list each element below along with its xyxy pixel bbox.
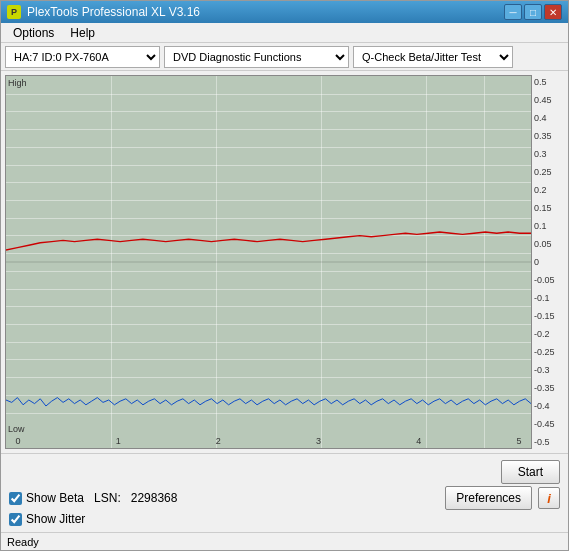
title-bar-controls: ─ □ ✕ (504, 4, 562, 20)
y-label-11: -0.05 (534, 275, 555, 285)
y-label-16: -0.3 (534, 365, 550, 375)
info-button[interactable]: i (538, 487, 560, 509)
start-button[interactable]: Start (501, 460, 560, 484)
y-label-19: -0.45 (534, 419, 555, 429)
maximize-button[interactable]: □ (524, 4, 542, 20)
x-label-1: 1 (108, 436, 128, 446)
y-label-12: -0.1 (534, 293, 550, 303)
info-icon: i (547, 491, 551, 506)
lsn-value: 2298368 (131, 491, 178, 505)
menu-help[interactable]: Help (62, 24, 103, 42)
y-label-1: 0.45 (534, 95, 552, 105)
x-label-0: 0 (8, 436, 28, 446)
y-label-17: -0.35 (534, 383, 555, 393)
bottom-row1: Show Beta LSN: 2298368 Preferences i (9, 486, 560, 510)
x-axis: 0 1 2 3 4 5 (6, 434, 531, 448)
x-label-5: 5 (509, 436, 529, 446)
test-select[interactable]: Q-Check Beta/Jitter Test (353, 46, 513, 68)
y-label-5: 0.25 (534, 167, 552, 177)
main-window: P PlexTools Professional XL V3.16 ─ □ ✕ … (0, 0, 569, 551)
x-label-4: 4 (409, 436, 429, 446)
toolbar: HA:7 ID:0 PX-760A DVD Diagnostic Functio… (1, 43, 568, 71)
chart-svg (6, 76, 531, 448)
chart-area: High Low (1, 71, 568, 453)
y-label-8: 0.1 (534, 221, 547, 231)
close-button[interactable]: ✕ (544, 4, 562, 20)
lsn-label: LSN: (94, 491, 121, 505)
y-label-2: 0.4 (534, 113, 547, 123)
x-label-3: 3 (309, 436, 329, 446)
minimize-button[interactable]: ─ (504, 4, 522, 20)
y-label-6: 0.2 (534, 185, 547, 195)
window-title: PlexTools Professional XL V3.16 (27, 5, 200, 19)
status-bar: Ready (1, 532, 568, 550)
bottom-panel: Start Show Beta LSN: 2298368 Preferences… (1, 453, 568, 532)
show-jitter-label: Show Jitter (26, 512, 85, 526)
y-label-3: 0.35 (534, 131, 552, 141)
show-jitter-checkbox[interactable] (9, 513, 22, 526)
bottom-row2: Show Jitter (9, 512, 560, 526)
y-label-4: 0.3 (534, 149, 547, 159)
status-text: Ready (7, 536, 39, 548)
y-label-18: -0.4 (534, 401, 550, 411)
menu-options[interactable]: Options (5, 24, 62, 42)
y-axis-right: 0.5 0.45 0.4 0.35 0.3 0.25 0.2 0.15 0.1 … (532, 75, 564, 449)
show-jitter-checkbox-label[interactable]: Show Jitter (9, 512, 85, 526)
y-label-15: -0.25 (534, 347, 555, 357)
chart-container: High Low (5, 75, 564, 449)
title-bar: P PlexTools Professional XL V3.16 ─ □ ✕ (1, 1, 568, 23)
menu-bar: Options Help (1, 23, 568, 43)
y-label-10: 0 (534, 257, 539, 267)
chart-plot: High Low (5, 75, 532, 449)
show-beta-checkbox-label[interactable]: Show Beta (9, 491, 84, 505)
function-select[interactable]: DVD Diagnostic Functions (164, 46, 349, 68)
show-beta-checkbox[interactable] (9, 492, 22, 505)
y-label-0: 0.5 (534, 77, 547, 87)
x-label-2: 2 (208, 436, 228, 446)
y-label-13: -0.15 (534, 311, 555, 321)
show-beta-label: Show Beta (26, 491, 84, 505)
y-label-14: -0.2 (534, 329, 550, 339)
title-bar-left: P PlexTools Professional XL V3.16 (7, 5, 200, 19)
drive-select[interactable]: HA:7 ID:0 PX-760A (5, 46, 160, 68)
app-icon: P (7, 5, 21, 19)
y-label-7: 0.15 (534, 203, 552, 213)
y-label-20: -0.5 (534, 437, 550, 447)
y-label-9: 0.05 (534, 239, 552, 249)
prefs-row: Start (9, 460, 560, 484)
preferences-button[interactable]: Preferences (445, 486, 532, 510)
